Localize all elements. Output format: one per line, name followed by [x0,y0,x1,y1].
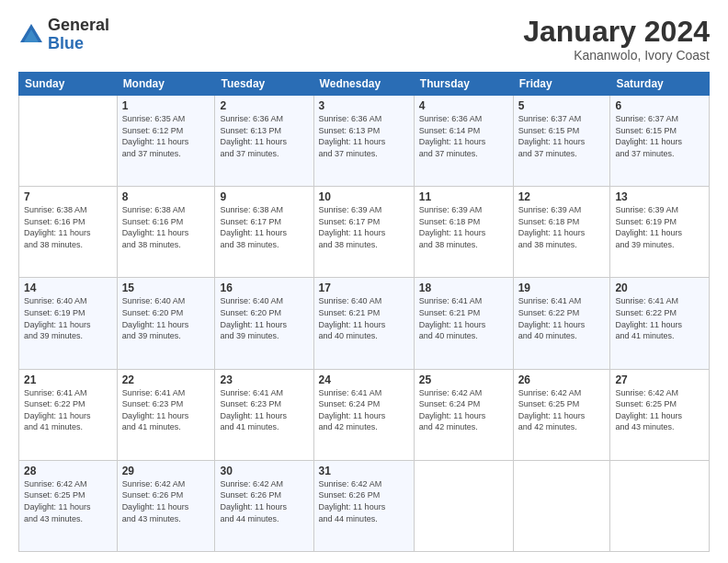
day-number: 10 [319,190,409,203]
header-row: SundayMondayTuesdayWednesdayThursdayFrid… [19,73,710,96]
day-number: 27 [615,373,704,386]
day-detail: Sunrise: 6:38 AMSunset: 6:16 PMDaylight:… [24,204,112,250]
calendar-table: SundayMondayTuesdayWednesdayThursdayFrid… [18,72,710,552]
calendar-cell [610,460,710,551]
logo-text: General Blue [48,17,109,53]
calendar-cell: 22Sunrise: 6:41 AMSunset: 6:23 PMDayligh… [117,369,215,460]
day-detail: Sunrise: 6:42 AMSunset: 6:25 PMDaylight:… [24,478,112,524]
day-header-friday: Friday [513,73,610,96]
calendar-cell: 16Sunrise: 6:40 AMSunset: 6:20 PMDayligh… [215,278,313,369]
day-number: 9 [220,190,308,203]
calendar-cell: 25Sunrise: 6:42 AMSunset: 6:24 PMDayligh… [414,369,513,460]
day-detail: Sunrise: 6:41 AMSunset: 6:23 PMDaylight:… [220,387,308,433]
day-number: 6 [615,99,704,112]
day-detail: Sunrise: 6:42 AMSunset: 6:24 PMDaylight:… [419,387,508,433]
calendar-cell: 13Sunrise: 6:39 AMSunset: 6:19 PMDayligh… [610,187,710,278]
day-number: 22 [122,373,210,386]
day-number: 28 [24,465,112,477]
calendar-cell: 12Sunrise: 6:39 AMSunset: 6:18 PMDayligh… [513,187,610,278]
day-detail: Sunrise: 6:41 AMSunset: 6:23 PMDaylight:… [122,387,210,433]
day-detail: Sunrise: 6:40 AMSunset: 6:20 PMDaylight:… [122,295,210,341]
day-detail: Sunrise: 6:39 AMSunset: 6:18 PMDaylight:… [419,204,508,250]
day-detail: Sunrise: 6:36 AMSunset: 6:13 PMDaylight:… [220,113,308,159]
day-detail: Sunrise: 6:42 AMSunset: 6:26 PMDaylight:… [220,478,308,524]
calendar-cell: 17Sunrise: 6:40 AMSunset: 6:21 PMDayligh… [313,278,414,369]
day-detail: Sunrise: 6:39 AMSunset: 6:17 PMDaylight:… [319,204,409,250]
day-detail: Sunrise: 6:41 AMSunset: 6:22 PMDaylight:… [24,387,112,433]
day-header-wednesday: Wednesday [313,73,414,96]
day-detail: Sunrise: 6:41 AMSunset: 6:21 PMDaylight:… [419,295,508,341]
day-detail: Sunrise: 6:40 AMSunset: 6:21 PMDaylight:… [319,295,409,341]
calendar-cell [513,460,610,551]
day-header-thursday: Thursday [414,73,513,96]
calendar-cell: 18Sunrise: 6:41 AMSunset: 6:21 PMDayligh… [414,278,513,369]
calendar-cell: 29Sunrise: 6:42 AMSunset: 6:26 PMDayligh… [117,460,215,551]
calendar-cell [414,460,513,551]
day-detail: Sunrise: 6:42 AMSunset: 6:26 PMDaylight:… [122,478,210,524]
day-number: 4 [419,99,508,112]
calendar-cell: 2Sunrise: 6:36 AMSunset: 6:13 PMDaylight… [215,96,313,187]
day-number: 17 [319,282,409,294]
calendar-cell: 7Sunrise: 6:38 AMSunset: 6:16 PMDaylight… [19,187,118,278]
calendar-cell: 31Sunrise: 6:42 AMSunset: 6:26 PMDayligh… [313,460,414,551]
location: Kananwolo, Ivory Coast [523,48,710,63]
day-number: 12 [518,190,606,203]
day-number: 31 [319,465,409,477]
day-detail: Sunrise: 6:35 AMSunset: 6:12 PMDaylight:… [122,113,210,159]
calendar-cell: 26Sunrise: 6:42 AMSunset: 6:25 PMDayligh… [513,369,610,460]
day-detail: Sunrise: 6:41 AMSunset: 6:22 PMDaylight:… [615,295,704,341]
calendar-cell: 19Sunrise: 6:41 AMSunset: 6:22 PMDayligh… [513,278,610,369]
day-detail: Sunrise: 6:38 AMSunset: 6:17 PMDaylight:… [220,204,308,250]
day-detail: Sunrise: 6:37 AMSunset: 6:15 PMDaylight:… [518,113,606,159]
day-number: 18 [419,282,508,294]
calendar-cell: 4Sunrise: 6:36 AMSunset: 6:14 PMDaylight… [414,96,513,187]
page: General Blue January 2024 Kananwolo, Ivo… [0,0,728,563]
day-number: 13 [615,190,704,203]
day-detail: Sunrise: 6:37 AMSunset: 6:15 PMDaylight:… [615,113,704,159]
day-number: 29 [122,465,210,477]
week-row-1: 1Sunrise: 6:35 AMSunset: 6:12 PMDaylight… [19,96,710,187]
title-section: January 2024 Kananwolo, Ivory Coast [523,17,710,63]
day-detail: Sunrise: 6:41 AMSunset: 6:24 PMDaylight:… [319,387,409,433]
day-header-monday: Monday [117,73,215,96]
day-number: 24 [319,373,409,386]
day-detail: Sunrise: 6:41 AMSunset: 6:22 PMDaylight:… [518,295,606,341]
calendar-cell [19,96,118,187]
day-header-tuesday: Tuesday [215,73,313,96]
day-detail: Sunrise: 6:36 AMSunset: 6:14 PMDaylight:… [419,113,508,159]
day-detail: Sunrise: 6:38 AMSunset: 6:16 PMDaylight:… [122,204,210,250]
calendar-cell: 20Sunrise: 6:41 AMSunset: 6:22 PMDayligh… [610,278,710,369]
calendar-cell: 9Sunrise: 6:38 AMSunset: 6:17 PMDaylight… [215,187,313,278]
day-number: 5 [518,99,606,112]
week-row-2: 7Sunrise: 6:38 AMSunset: 6:16 PMDaylight… [19,187,710,278]
day-detail: Sunrise: 6:42 AMSunset: 6:25 PMDaylight:… [615,387,704,433]
day-detail: Sunrise: 6:42 AMSunset: 6:26 PMDaylight:… [319,478,409,524]
day-detail: Sunrise: 6:40 AMSunset: 6:19 PMDaylight:… [24,295,112,341]
logo-general: General [48,17,109,35]
logo-blue: Blue [48,35,109,53]
calendar-cell: 1Sunrise: 6:35 AMSunset: 6:12 PMDaylight… [117,96,215,187]
day-number: 26 [518,373,606,386]
header: General Blue January 2024 Kananwolo, Ivo… [18,17,710,63]
week-row-4: 21Sunrise: 6:41 AMSunset: 6:22 PMDayligh… [19,369,710,460]
calendar-cell: 28Sunrise: 6:42 AMSunset: 6:25 PMDayligh… [19,460,118,551]
day-number: 3 [319,99,409,112]
day-number: 11 [419,190,508,203]
day-number: 16 [220,282,308,294]
day-header-sunday: Sunday [19,73,118,96]
calendar-cell: 15Sunrise: 6:40 AMSunset: 6:20 PMDayligh… [117,278,215,369]
day-number: 14 [24,282,112,294]
day-number: 8 [122,190,210,203]
calendar-cell: 27Sunrise: 6:42 AMSunset: 6:25 PMDayligh… [610,369,710,460]
day-number: 1 [122,99,210,112]
day-detail: Sunrise: 6:40 AMSunset: 6:20 PMDaylight:… [220,295,308,341]
day-number: 25 [419,373,508,386]
day-number: 15 [122,282,210,294]
calendar-cell: 14Sunrise: 6:40 AMSunset: 6:19 PMDayligh… [19,278,118,369]
calendar-cell: 3Sunrise: 6:36 AMSunset: 6:13 PMDaylight… [313,96,414,187]
calendar-cell: 8Sunrise: 6:38 AMSunset: 6:16 PMDaylight… [117,187,215,278]
calendar-cell: 11Sunrise: 6:39 AMSunset: 6:18 PMDayligh… [414,187,513,278]
day-number: 2 [220,99,308,112]
month-title: January 2024 [523,17,710,46]
day-detail: Sunrise: 6:39 AMSunset: 6:18 PMDaylight:… [518,204,606,250]
